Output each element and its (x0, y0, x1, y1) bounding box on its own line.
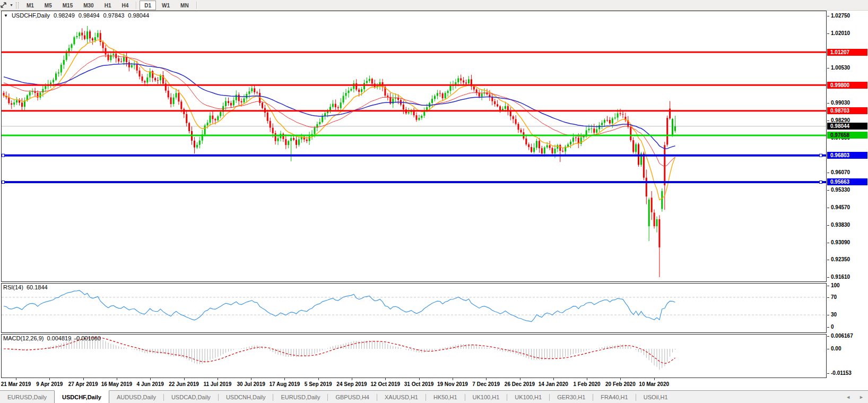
fast-ma-line (4, 40, 675, 200)
rsi-indicator-label: RSI(14) 60.1844 (3, 284, 48, 290)
timeframe-button-M30[interactable]: M30 (79, 1, 98, 10)
timeframe-button-M5[interactable]: M5 (40, 1, 57, 10)
rsi-panel-frame (2, 284, 827, 333)
chart-cursor-icon[interactable] (1, 1, 10, 9)
moving-averages (4, 40, 675, 200)
current-price-label: 0.98044 (827, 123, 867, 130)
chart-tab-FRA40-H1[interactable]: FRA40,H1 (593, 391, 635, 403)
rsi-axis-label: 100 (827, 282, 840, 289)
chart-tab-XAUUSD-H1[interactable]: XAUUSD,H1 (377, 391, 426, 403)
chart-tab-GER30-H1[interactable]: GER30,H1 (550, 391, 593, 403)
date-axis[interactable]: 21 Mar 20199 Apr 201927 Apr 201916 May 2… (0, 378, 827, 390)
macd-axis-label: 0.00 (827, 346, 841, 352)
date-label: 10 Mar 2020 (633, 381, 675, 387)
timeframe-button-W1[interactable]: W1 (157, 1, 175, 10)
chart-tab-USDCHF-Daily[interactable]: USDCHF,Daily (54, 390, 109, 403)
macd-axis-label: 0.006167 (827, 333, 853, 339)
level-price-label: 1.01207 (827, 49, 867, 56)
date-tick (318, 378, 319, 380)
chart-cursor-icon-glyph (0, 2, 7, 8)
price-tick-label: 0.92350 (827, 256, 850, 263)
rsi-current-value: 60.1844 (27, 284, 48, 290)
macd-indicator-label: MACD(12,26,9) 0.004819 -0.001060 (3, 335, 101, 341)
timeframe-toolbar: ▼ M1M5M15M30H1H4D1W1MN (0, 0, 868, 11)
price-tick-label: 1.00530 (827, 65, 850, 71)
timeframe-button-D1[interactable]: D1 (140, 1, 156, 10)
line-drag-handle[interactable] (820, 181, 822, 183)
date-tick (654, 378, 655, 380)
rsi-line (4, 290, 675, 322)
price-tick-label: 0.94570 (827, 204, 850, 211)
toolbar-separator (136, 2, 137, 9)
toolbar-grip-handle[interactable] (16, 2, 19, 8)
chart-tab-UK100-H1[interactable]: UK100,H1 (507, 391, 549, 403)
timeframe-button-M15[interactable]: M15 (58, 1, 77, 10)
price-tick-label: 0.96070 (827, 169, 850, 176)
date-tick (83, 378, 84, 380)
rsi-panel[interactable] (0, 282, 827, 333)
macd-signal-value: -0.001060 (74, 335, 101, 341)
line-drag-handle[interactable] (2, 181, 5, 183)
rsi-axis-label: 0 (827, 324, 834, 330)
macd-main-value: 0.004819 (47, 335, 71, 341)
mt4-chart-window: ▼ M1M5M15M30H1H4D1W1MN ▼ USDCHF,Daily 0.… (0, 0, 868, 403)
date-tick (184, 378, 185, 380)
line-drag-handle[interactable] (2, 154, 5, 157)
level-price-label: 0.98703 (827, 107, 867, 114)
price-tick-label: 0.93090 (827, 239, 850, 246)
level-price-label: 0.97658 (827, 132, 867, 139)
price-axis[interactable]: 1.027501.020101.005300.990300.982900.975… (827, 11, 868, 379)
level-price-label: 0.96803 (827, 152, 867, 159)
chart-tab-EURUSD-Daily[interactable]: EURUSD,Daily (273, 391, 327, 403)
date-tick (150, 378, 151, 380)
macd-axis-label: -0.01153 (827, 370, 852, 376)
timeframe-button-H1[interactable]: H1 (100, 1, 116, 10)
date-tick (453, 378, 453, 380)
toolbar-separator (196, 2, 197, 9)
chart-tab-AUDUSD-Daily[interactable]: AUDUSD,Daily (109, 391, 163, 403)
date-tick (553, 378, 554, 380)
date-tick (419, 378, 420, 380)
ohlc-open: 0.98249 (54, 12, 75, 19)
price-tick-label: 0.93830 (827, 222, 850, 228)
chart-tab-UK100-H1[interactable]: UK100,H1 (465, 391, 507, 403)
line-drag-handle[interactable] (820, 154, 822, 157)
date-tick (117, 378, 117, 380)
chevron-down-icon[interactable]: ▼ (10, 3, 13, 7)
macd-histogram (4, 336, 675, 370)
rsi-series (4, 290, 675, 322)
collapse-triangle-icon[interactable]: ▼ (4, 13, 8, 18)
date-tick (486, 378, 487, 380)
date-tick (218, 378, 218, 380)
macd-name: MACD(12,26,9) (3, 335, 44, 341)
rsi-axis-label: 70 (827, 294, 837, 301)
ohlc-high: 0.98494 (79, 12, 100, 19)
date-tick (385, 378, 386, 380)
chart-tab-USDCAD-Daily[interactable]: USDCAD,Daily (164, 391, 218, 403)
ohlc-low: 0.97843 (103, 12, 125, 19)
timeframe-button-H4[interactable]: H4 (117, 1, 133, 10)
rsi-name: RSI(14) (3, 284, 23, 290)
date-tick (284, 378, 285, 380)
chart-tab-HK50-H1[interactable]: HK50,H1 (426, 391, 465, 403)
date-tick (587, 378, 587, 380)
date-tick (520, 378, 520, 380)
main-price-chart[interactable] (0, 11, 827, 282)
chart-tab-bar: EURUSD,DailyUSDCHF,DailyAUDUSD,DailyUSDC… (0, 390, 868, 403)
chart-tab-EURUSD-Daily[interactable]: EURUSD,Daily (0, 391, 54, 403)
chart-tab-GBPUSD-H4[interactable]: GBPUSD,H4 (328, 391, 377, 403)
price-tick-label: 0.91610 (827, 274, 850, 280)
tab-scroll-right-icon[interactable]: ► (859, 395, 864, 400)
tab-scroll-arrows: ◄► (846, 391, 868, 403)
chart-title: ▼ USDCHF,Daily 0.98249 0.98494 0.97843 0… (4, 12, 149, 19)
timeframe-button-M1[interactable]: M1 (22, 1, 39, 10)
tab-scroll-left-icon[interactable]: ◄ (846, 395, 850, 400)
timeframe-button-MN[interactable]: MN (176, 1, 194, 10)
chart-tab-USDCNH-Daily[interactable]: USDCNH,Daily (219, 391, 273, 403)
ohlc-close: 0.98044 (128, 12, 149, 19)
date-tick (620, 378, 621, 380)
chart-tab-USOil-H1[interactable]: USOil,H1 (636, 391, 675, 403)
price-tick-label: 1.02010 (827, 30, 850, 37)
macd-panel[interactable] (0, 333, 827, 379)
macd-signal-line (4, 338, 675, 363)
